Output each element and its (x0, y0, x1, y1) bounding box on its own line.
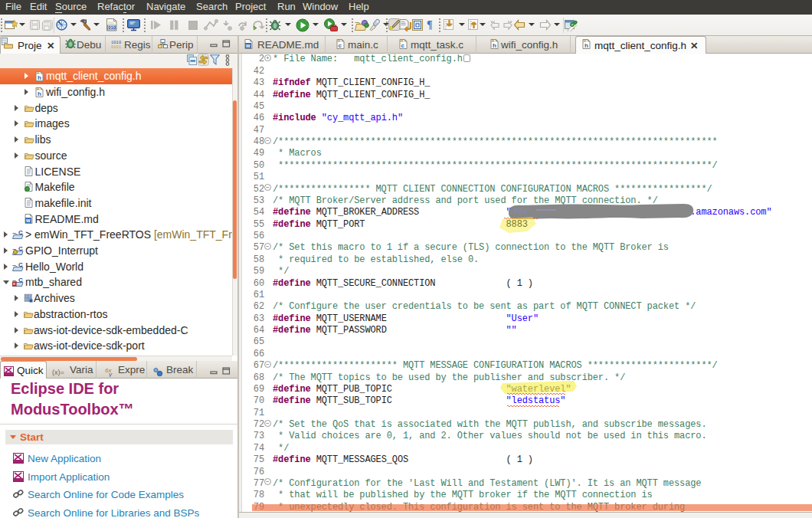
svg-text:C: C (18, 262, 23, 268)
svg-text:c: c (338, 42, 342, 49)
svg-text:(x)=: (x)= (52, 369, 64, 376)
svg-text:h: h (38, 90, 41, 97)
svg-text:C: C (18, 277, 23, 284)
svg-text:¶: ¶ (427, 19, 433, 31)
svg-text:h: h (493, 42, 496, 49)
svg-text:y: y (108, 371, 113, 377)
svg-text:h: h (38, 74, 41, 81)
svg-text:C: C (18, 230, 23, 236)
svg-text:0101: 0101 (111, 44, 122, 49)
svg-text:h: h (584, 42, 588, 49)
svg-text:010: 010 (108, 25, 116, 30)
svg-text:w: w (25, 218, 31, 223)
svg-text:c: c (401, 42, 404, 49)
svg-text:C: C (18, 246, 23, 252)
svg-text:w: w (245, 43, 250, 48)
